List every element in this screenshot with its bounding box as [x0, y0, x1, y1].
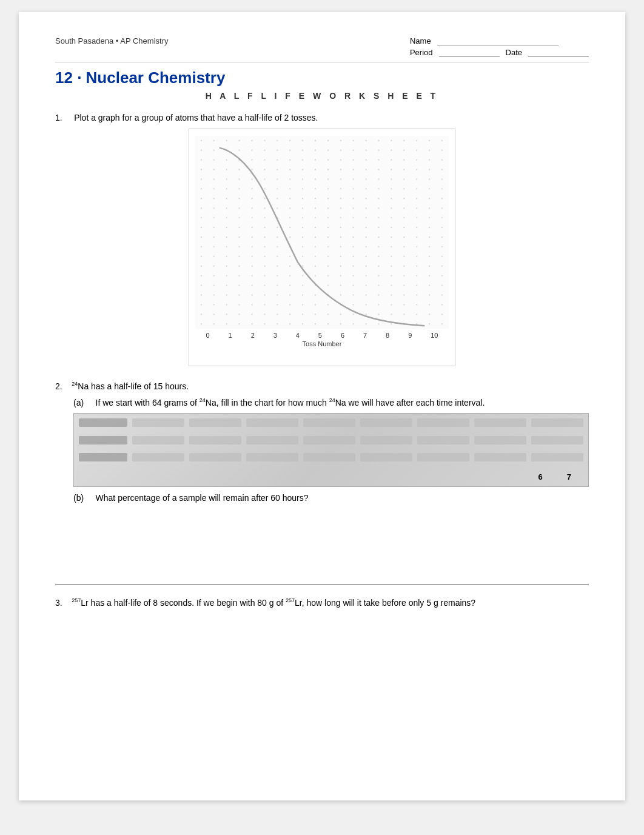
q3-text1-isotope: Lr [295, 598, 302, 608]
cell-1-5 [303, 418, 355, 427]
name-label: Name [410, 36, 431, 45]
cell-1-6 [360, 418, 412, 427]
x-label-5: 5 [318, 332, 322, 339]
main-title: 12 · Nuclear Chemistry [55, 69, 589, 87]
q2-sub-a-sup2: 24 [329, 397, 335, 403]
q2-sub-a-isotope2: Na [335, 397, 346, 407]
q2-sub-a-isotope: Na [206, 397, 216, 407]
section-divider [55, 584, 589, 585]
cell-3-5 [303, 453, 355, 461]
q1-body: Plot a graph for a group of atoms that h… [74, 113, 318, 122]
cell-2-6 [360, 436, 412, 444]
x-label-4: 4 [296, 332, 300, 339]
name-row: Name [410, 36, 589, 45]
bullet: • [116, 36, 119, 45]
q2-sub-b-text: What percentage of a sample will remain … [96, 493, 309, 503]
x-label-6: 6 [341, 332, 344, 339]
cell-1-4 [246, 418, 298, 427]
question-2-section: 2. 24Na has a half-life of 15 hours. (a)… [55, 381, 589, 569]
header: South Pasadena • AP Chemistry Name Perio… [55, 36, 589, 62]
q3-text1-sup: 257 [286, 597, 295, 603]
q2-isotope: Na [78, 381, 89, 391]
cell-2-1 [79, 436, 127, 444]
period-field[interactable] [439, 49, 500, 57]
x-label-9: 9 [408, 332, 412, 339]
question-3-section: 3. 257Lr has a half-life of 8 seconds. I… [55, 597, 589, 608]
q3-text1: has a half-life of 8 seconds. If we begi… [89, 598, 286, 608]
cell-3-2 [132, 453, 184, 461]
page: South Pasadena • AP Chemistry Name Perio… [19, 12, 625, 800]
q3-isotope: Lr [81, 598, 88, 608]
cell-3-8 [474, 453, 526, 461]
school-info: South Pasadena • AP Chemistry [55, 36, 168, 45]
q1-graph-container: 0 1 2 3 4 5 6 7 8 9 10 Toss Number [189, 129, 455, 366]
q2-sub-a-sup: 24 [200, 397, 206, 403]
table-row-1 [79, 418, 583, 427]
cell-3-1 [79, 453, 127, 461]
q3-number: 3. [55, 598, 62, 608]
cell-2-3 [189, 436, 241, 444]
q2-body: has a half-life of 15 hours. [89, 381, 189, 391]
cell-2-8 [474, 436, 526, 444]
cell-2-2 [132, 436, 184, 444]
table-row-3 [79, 453, 583, 461]
cell-3-3 [189, 453, 241, 461]
cell-1-7 [417, 418, 469, 427]
worksheet-title: H A L F L I F E W O R K S H E E T [55, 91, 589, 101]
period-label: Period [410, 48, 433, 57]
name-field[interactable] [437, 37, 558, 45]
table-col-numbers: 6 7 [79, 472, 583, 481]
q2-sub-b-label: (b) [73, 493, 84, 503]
q2-table-content: 6 7 [74, 414, 588, 486]
q3-sup: 257 [72, 597, 81, 603]
col-number-6: 6 [538, 472, 543, 481]
cell-1-1 [79, 418, 127, 427]
course-name: AP Chemistry [120, 36, 168, 45]
x-label-8: 8 [386, 332, 389, 339]
cell-1-8 [474, 418, 526, 427]
q2-sub-b: (b) What percentage of a sample will rem… [73, 493, 589, 503]
q2-sub-a-label: (a) [73, 397, 84, 407]
cell-3-4 [246, 453, 298, 461]
period-row: Period Date [410, 48, 589, 57]
question-1-section: 1. Plot a graph for a group of atoms tha… [55, 113, 589, 366]
q2-sup: 24 [72, 381, 78, 387]
date-field[interactable] [528, 49, 589, 57]
col-number-7: 7 [567, 472, 571, 481]
cell-1-9 [531, 418, 583, 427]
q2-sub-a-text3: we will have after each time interval. [346, 397, 485, 407]
q2-sub-a-text: If we start with 64 grams of [96, 397, 200, 407]
q1-graph-area [195, 135, 449, 329]
date-label: Date [506, 48, 522, 57]
cell-2-4 [246, 436, 298, 444]
question-2-text: 2. 24Na has a half-life of 15 hours. [55, 381, 589, 391]
q2-sub-b-answer-space[interactable] [92, 509, 589, 569]
cell-1-3 [189, 418, 241, 427]
x-label-2: 2 [251, 332, 255, 339]
q2-number: 2. [55, 381, 62, 391]
cell-3-6 [360, 453, 412, 461]
svg-rect-2 [195, 136, 449, 329]
x-label-3: 3 [273, 332, 277, 339]
table-row-2 [79, 436, 583, 444]
cell-2-9 [531, 436, 583, 444]
cell-2-5 [303, 436, 355, 444]
q1-x-axis-title: Toss Number [195, 340, 449, 347]
question-1-text: 1. Plot a graph for a group of atoms tha… [55, 113, 589, 122]
q2-sub-a: (a) If we start with 64 grams of 24Na, f… [73, 397, 589, 407]
cell-3-7 [417, 453, 469, 461]
x-label-7: 7 [363, 332, 367, 339]
cell-3-9 [531, 453, 583, 461]
cell-1-2 [132, 418, 184, 427]
question-3-text: 3. 257Lr has a half-life of 8 seconds. I… [55, 597, 589, 608]
q1-x-axis-labels: 0 1 2 3 4 5 6 7 8 9 10 [195, 332, 449, 339]
q3-text2: , how long will it take before only 5 g … [302, 598, 475, 608]
cell-2-7 [417, 436, 469, 444]
x-label-0: 0 [206, 332, 209, 339]
q1-number: 1. [55, 113, 62, 122]
school-name: South Pasadena [55, 36, 113, 45]
x-label-10: 10 [431, 332, 438, 339]
q2-table: 6 7 [73, 413, 589, 487]
q2-sub-a-text2: , fill in the chart for how much [216, 397, 329, 407]
x-label-1: 1 [229, 332, 232, 339]
